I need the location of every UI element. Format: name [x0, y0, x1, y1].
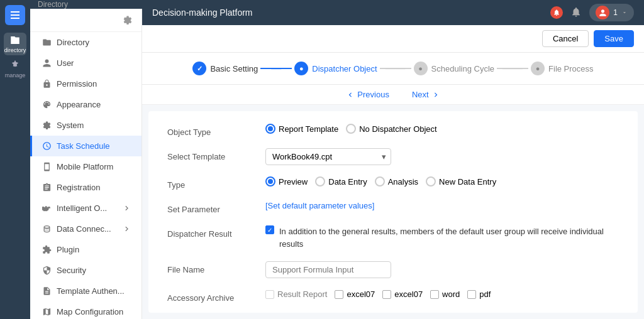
nav-manage[interactable]: manage: [4, 58, 26, 80]
dispatcher-result-content: ✓ In addition to the general results, me…: [265, 225, 619, 250]
sidebar-section-label: Directory: [38, 0, 68, 9]
sidebar-item-label: Appearance: [57, 100, 101, 109]
nav-directory[interactable]: directory: [4, 33, 26, 55]
content-toolbar: Cancel Save: [142, 25, 644, 53]
sidebar-item-security[interactable]: Security: [30, 260, 142, 281]
set-parameter-link[interactable]: [Set default parameter values]: [265, 201, 374, 210]
sidebar-item-label: Task Schedule: [57, 141, 110, 151]
set-parameter-control: [Set default parameter values]: [265, 201, 619, 210]
sidebar-item-intelligent-o[interactable]: Intelligent O...: [30, 198, 142, 219]
save-button[interactable]: Save: [594, 30, 634, 47]
object-type-control: Report Template No Dispatcher Object: [265, 124, 619, 134]
sidebar-nav: DirectoryUserPermissionAppearanceSystemT…: [30, 32, 142, 319]
step-scheduling-cycle: ● Scheduling Cycle: [414, 62, 494, 75]
sidebar-item-label: Intelligent O...: [57, 203, 107, 213]
sidebar-item-label: Directory: [57, 38, 89, 47]
object-type-row: Object Type Report Template No Dispatche…: [167, 124, 619, 137]
object-type-label: Object Type: [167, 124, 255, 137]
sidebar-item-label: System: [57, 121, 84, 130]
prev-button[interactable]: Previous: [341, 89, 394, 100]
step-dispatcher-object: ● Dispatcher Object: [294, 62, 377, 75]
sidebar-item-mobile-platform[interactable]: Mobile Platform: [30, 156, 142, 177]
main-area: Decision-making Platform 1 Cancel Save: [142, 0, 644, 319]
radio-preview[interactable]: Preview: [265, 176, 308, 187]
sidebar-item-label: User: [57, 58, 74, 68]
notification-badge[interactable]: [550, 6, 563, 19]
checkbox-excel07-2[interactable]: excel07: [382, 289, 423, 299]
type-control: Preview Data Entry Analysis New Data Ent…: [265, 176, 619, 187]
app-logo[interactable]: [5, 5, 25, 25]
chevron-left-icon: [346, 90, 355, 99]
radio-circle-new-data-entry: [426, 176, 436, 187]
file-name-row: File Name: [167, 261, 619, 278]
step3-circle: ●: [414, 62, 428, 75]
sidebar-item-label: Registration: [57, 183, 100, 192]
radio-no-dispatcher[interactable]: No Dispatcher Object: [346, 124, 437, 134]
template-select-wrapper: WorkBook49.cpt ▾: [265, 148, 391, 165]
sidebar-item-registration[interactable]: Registration: [30, 177, 142, 198]
file-name-label: File Name: [167, 261, 255, 274]
radio-new-data-entry[interactable]: New Data Entry: [426, 176, 496, 187]
sidebar-item-task-schedule[interactable]: Task Schedule: [30, 136, 142, 156]
dispatcher-result-label: Dispatcher Result: [167, 225, 255, 239]
wizard-nav: Previous Next: [142, 85, 644, 105]
sidebar-item-user[interactable]: User: [30, 53, 142, 73]
set-parameter-label: Set Parameter: [167, 201, 255, 214]
sidebar-item-label: Map Configuration: [57, 307, 123, 316]
step-basic-setting: ✓ Basic Setting: [192, 62, 258, 75]
settings-icon[interactable]: [123, 15, 133, 25]
wizard-steps: ✓ Basic Setting — ● Dispatcher Object ——…: [142, 53, 644, 85]
checkbox-excel07[interactable]: excel07: [335, 289, 375, 299]
step4-label: File Process: [548, 64, 594, 73]
pdf-checkbox: [467, 290, 476, 299]
checkbox-pdf[interactable]: pdf: [467, 289, 491, 299]
sidebar: DirectoryUserPermissionAppearanceSystemT…: [30, 9, 142, 319]
radio-report-template[interactable]: Report Template: [265, 124, 338, 134]
sidebar-item-appearance[interactable]: Appearance: [30, 94, 142, 115]
icon-bar: directory manage: [0, 0, 30, 319]
file-name-input[interactable]: [265, 261, 391, 278]
radio-circle-data-entry: [315, 176, 325, 187]
checkbox-word[interactable]: word: [430, 289, 460, 299]
sidebar-item-system[interactable]: System: [30, 115, 142, 136]
user-avatar: [596, 6, 609, 19]
sidebar-item-permission[interactable]: Permission: [30, 73, 142, 94]
connector-2: ——: [380, 68, 411, 69]
radio-data-entry[interactable]: Data Entry: [315, 176, 367, 187]
chevron-down-icon: [621, 9, 628, 16]
radio-circle-no-dispatcher: [346, 124, 356, 134]
sidebar-item-directory[interactable]: Directory: [30, 32, 142, 53]
type-label: Type: [167, 176, 255, 190]
sidebar-item-label: Mobile Platform: [57, 162, 113, 171]
sidebar-item-label: Data Connec...: [57, 224, 111, 234]
chevron-right-icon: [122, 203, 131, 213]
accessory-archive-row: Accessory Archive Result Report excel07 …: [167, 289, 619, 303]
accessory-archive-label: Accessory Archive: [167, 289, 255, 303]
user-menu[interactable]: 1: [589, 4, 634, 21]
radio-circle-analysis: [375, 176, 385, 187]
sidebar-item-label: Security: [57, 266, 86, 275]
radio-circle-preview: [265, 176, 275, 187]
sidebar-header: [30, 9, 142, 32]
next-button[interactable]: Next: [407, 89, 445, 100]
select-template-row: Select Template WorkBook49.cpt ▾: [167, 148, 619, 165]
select-template-control: WorkBook49.cpt ▾: [265, 148, 619, 165]
dispatcher-result-checkbox[interactable]: ✓: [265, 225, 274, 234]
excel07-2-checkbox: [382, 290, 391, 299]
sidebar-item-template-authen[interactable]: Template Authen...: [30, 281, 142, 301]
connector-1: —: [260, 68, 292, 69]
radio-analysis[interactable]: Analysis: [375, 176, 418, 187]
connector-3: ——: [497, 68, 528, 69]
checkbox-result-report[interactable]: Result Report: [265, 289, 327, 299]
result-report-checkbox: [265, 290, 274, 299]
template-select[interactable]: WorkBook49.cpt: [265, 148, 391, 165]
sidebar-item-label: Permission: [57, 79, 97, 89]
sidebar-item-plugin[interactable]: Plugin: [30, 239, 142, 260]
dispatcher-result-row: Dispatcher Result ✓ In addition to the g…: [167, 225, 619, 250]
cancel-button[interactable]: Cancel: [542, 30, 589, 47]
bell-icon[interactable]: [570, 6, 582, 19]
excel07-checkbox: [335, 290, 343, 299]
sidebar-item-map-configuration[interactable]: Map Configuration: [30, 301, 142, 319]
top-bar-right: 1: [550, 4, 634, 21]
sidebar-item-data-connec[interactable]: Data Connec...: [30, 219, 142, 239]
